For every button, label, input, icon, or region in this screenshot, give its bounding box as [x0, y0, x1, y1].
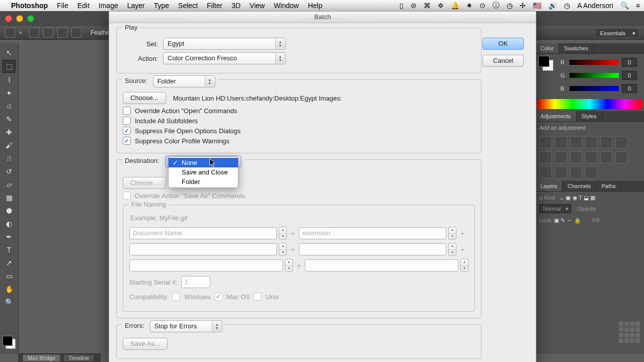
- stepper[interactable]: ▲▼: [279, 227, 287, 240]
- stepper[interactable]: ▲▼: [279, 243, 287, 256]
- history-brush-tool[interactable]: ↺: [3, 165, 15, 177]
- status-icon[interactable]: ⌘: [424, 2, 431, 10]
- b-value[interactable]: 0: [622, 84, 637, 93]
- override-open-checkbox[interactable]: Override Action "Open" Commands: [123, 107, 475, 115]
- g-slider[interactable]: [570, 73, 619, 78]
- adjustment-icon[interactable]: [555, 151, 567, 163]
- adjustment-icon[interactable]: [585, 136, 597, 148]
- menu-layer[interactable]: Layer: [127, 2, 145, 10]
- serial-input[interactable]: 1: [181, 276, 210, 288]
- source-choose-button[interactable]: Choose...: [123, 92, 166, 104]
- tab-channels[interactable]: Channels: [562, 181, 596, 191]
- set-select[interactable]: Egypt▲▼: [163, 38, 286, 50]
- volume-icon[interactable]: 🔊: [548, 2, 557, 10]
- brush-tool[interactable]: 🖌: [3, 139, 15, 151]
- save-as-button[interactable]: Save As...: [123, 338, 168, 350]
- status-icon[interactable]: ✢: [520, 2, 526, 10]
- popup-item-folder[interactable]: Folder: [169, 177, 238, 187]
- color-swatches[interactable]: [3, 336, 16, 349]
- adjustment-icon[interactable]: [585, 166, 597, 178]
- menu-type[interactable]: Type: [154, 2, 169, 10]
- compat-unix[interactable]: Unix: [254, 293, 279, 301]
- naming-field-4[interactable]: [299, 243, 446, 255]
- hand-tool[interactable]: ✋: [3, 283, 15, 295]
- adjustment-icon[interactable]: [570, 151, 582, 163]
- menu-window[interactable]: Window: [274, 2, 299, 10]
- close-window[interactable]: [5, 15, 12, 22]
- tab-paths[interactable]: Paths: [597, 181, 621, 191]
- opt-icon[interactable]: [29, 28, 39, 38]
- opt-icon[interactable]: [71, 28, 82, 38]
- status-icon[interactable]: ⊙: [479, 2, 486, 10]
- b-slider[interactable]: [570, 86, 619, 91]
- tab-adjustments[interactable]: Adjustments: [535, 111, 577, 121]
- tab-swatches[interactable]: Swatches: [559, 43, 594, 53]
- suppress-open-checkbox[interactable]: Suppress File Open Options Dialogs: [123, 127, 475, 135]
- adjustment-icon[interactable]: [555, 166, 567, 178]
- app-menu[interactable]: Photoshop: [11, 2, 48, 10]
- naming-field-5[interactable]: [129, 259, 283, 272]
- adjustment-icon[interactable]: [615, 136, 627, 148]
- popup-item-none[interactable]: None: [169, 158, 238, 167]
- eraser-tool[interactable]: ▱: [3, 178, 15, 191]
- adjustment-icon[interactable]: [570, 136, 582, 148]
- blend-mode[interactable]: Normal: [539, 204, 571, 213]
- r-value[interactable]: 0: [622, 58, 637, 67]
- eyedropper-tool[interactable]: ✎: [3, 113, 15, 125]
- adjustment-icon[interactable]: [570, 166, 582, 178]
- menu-file[interactable]: File: [57, 2, 68, 10]
- heal-tool[interactable]: ✚: [3, 126, 15, 138]
- opt-icon[interactable]: [57, 28, 67, 38]
- type-tool[interactable]: T: [3, 244, 15, 256]
- tab-layers[interactable]: Layers: [535, 181, 562, 191]
- status-icon[interactable]: ✲: [438, 2, 444, 10]
- adjustment-icon[interactable]: [600, 151, 612, 163]
- adjustment-icon[interactable]: [555, 136, 567, 148]
- color-spectrum[interactable]: [537, 99, 642, 109]
- crop-tool[interactable]: ⟃: [3, 100, 15, 112]
- g-value[interactable]: 0: [622, 71, 637, 80]
- errors-select[interactable]: Stop for Errors▲▼: [150, 320, 222, 332]
- spotlight-icon[interactable]: 🔍: [620, 2, 629, 10]
- include-subfolders-checkbox[interactable]: Include All Subfolders: [123, 117, 475, 125]
- stepper[interactable]: ▲▼: [460, 259, 468, 272]
- menu-filter[interactable]: Filter: [207, 2, 222, 10]
- naming-field-2[interactable]: extension: [299, 227, 446, 239]
- footer-tab-timeline[interactable]: Timeline: [63, 354, 95, 362]
- user-menu[interactable]: A Anderson: [577, 2, 613, 10]
- naming-field-1[interactable]: Document Name: [129, 227, 277, 239]
- path-select-tool[interactable]: ↗: [3, 257, 15, 269]
- minimize-window[interactable]: [16, 15, 23, 22]
- marquee-tool[interactable]: ⬚: [3, 60, 16, 73]
- blur-tool[interactable]: ⬢: [3, 205, 15, 217]
- status-icon[interactable]: ✷: [466, 2, 472, 10]
- shape-tool[interactable]: ▭: [3, 270, 15, 282]
- destination-choose-button[interactable]: Choose...: [123, 177, 166, 189]
- tab-color[interactable]: Color: [535, 43, 559, 53]
- marquee-icon[interactable]: [5, 28, 15, 38]
- action-select[interactable]: Color Correction Fresco▲▼: [163, 52, 286, 64]
- adjustment-icon[interactable]: [540, 136, 552, 148]
- r-slider[interactable]: [570, 60, 619, 65]
- adjustment-icon[interactable]: [600, 136, 612, 148]
- popup-item-save-close[interactable]: Save and Close: [169, 167, 238, 177]
- status-icon[interactable]: ◷: [507, 2, 513, 10]
- stepper[interactable]: ▲▼: [448, 227, 456, 240]
- stamp-tool[interactable]: ⎍: [3, 152, 15, 164]
- source-select[interactable]: Folder▲▼: [153, 75, 215, 87]
- gradient-tool[interactable]: ▦: [3, 192, 15, 204]
- compat-windows[interactable]: Windows: [172, 293, 211, 301]
- menu-help[interactable]: Help: [308, 2, 323, 10]
- tab-styles[interactable]: Styles: [577, 111, 602, 121]
- clock-icon[interactable]: ◷: [564, 2, 570, 10]
- compat-mac[interactable]: Mac OS: [214, 293, 250, 301]
- menu-view[interactable]: View: [250, 2, 265, 10]
- opt-icon[interactable]: [43, 28, 53, 38]
- menu-edit[interactable]: Edit: [77, 2, 90, 10]
- move-tool[interactable]: ↖: [3, 47, 15, 59]
- stepper[interactable]: ▲▼: [448, 243, 456, 256]
- suppress-color-checkbox[interactable]: Suppress Color Profile Warnings: [123, 137, 475, 145]
- dodge-tool[interactable]: ◐: [3, 218, 15, 230]
- naming-field-6[interactable]: [305, 259, 458, 272]
- list-icon[interactable]: ≡: [636, 2, 640, 10]
